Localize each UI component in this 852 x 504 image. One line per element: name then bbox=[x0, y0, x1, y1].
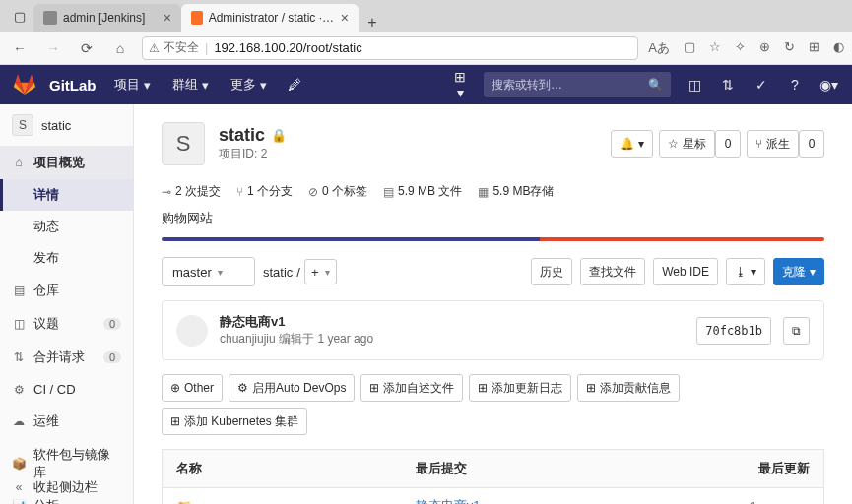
add-file-dropdown[interactable]: + ▾ bbox=[304, 259, 337, 284]
gitlab-brand[interactable]: GitLab bbox=[49, 77, 97, 94]
fork-count: 0 bbox=[799, 130, 824, 158]
project-header: S static 🔒 项目ID: 2 🔔 ▾ ☆星标 0 ⑂派生 0 bbox=[162, 122, 824, 165]
commit-title[interactable]: 静态电商v1 bbox=[220, 313, 373, 331]
stat-storage[interactable]: ▦5.9 MB存储 bbox=[478, 183, 554, 200]
suggested-action-button[interactable]: ⊞ 添加更新日志 bbox=[469, 374, 571, 402]
language-bar bbox=[162, 237, 824, 241]
help-icon[interactable]: ? bbox=[785, 77, 805, 93]
nav-projects[interactable]: 项目 ▾ bbox=[110, 76, 155, 94]
suggested-action-button[interactable]: ⊞ 添加自述文件 bbox=[360, 374, 463, 402]
suggested-action-button[interactable]: ⊞ 添加 Kubernetes 集群 bbox=[162, 408, 307, 435]
fork-button[interactable]: ⑂派生 bbox=[747, 130, 799, 158]
window-icon: ▢ bbox=[14, 9, 26, 24]
browser-action-icons: Aあ ▢ ☆ ✧ ⊕ ↻ ⊞ ◐ bbox=[648, 39, 844, 57]
download-button[interactable]: ⭳ ▾ bbox=[726, 258, 765, 285]
nav-groups[interactable]: 群组 ▾ bbox=[168, 76, 213, 94]
folder-icon: 📁 bbox=[176, 499, 190, 505]
project-description: 购物网站 bbox=[162, 210, 824, 227]
ops-icon: ☁ bbox=[12, 414, 26, 428]
breadcrumb-root[interactable]: static bbox=[263, 265, 293, 280]
copy-icon: ⧉ bbox=[792, 324, 801, 338]
favicon-gitlab bbox=[191, 11, 203, 25]
copy-sha-button[interactable]: ⧉ bbox=[783, 317, 810, 345]
table-row[interactable]: 📁css 静态电商v1 1 year ago bbox=[163, 488, 824, 505]
sidebar-project-header[interactable]: S static bbox=[0, 104, 133, 146]
suggested-action-button[interactable]: ⚙ 启用Auto DevOps bbox=[229, 374, 355, 402]
todos-icon[interactable]: ✓ bbox=[752, 77, 771, 93]
favorite-icon[interactable]: ☆ bbox=[709, 39, 721, 57]
plus-icon: ⊞ bbox=[369, 381, 379, 395]
close-tab-icon[interactable]: × bbox=[164, 10, 171, 26]
issues-icon[interactable]: ◫ bbox=[685, 77, 704, 93]
file-commit-link[interactable]: 静态电商v1 bbox=[416, 498, 481, 504]
commit-icon: ⊸ bbox=[162, 185, 171, 199]
stat-commit[interactable]: ⊸2 次提交 bbox=[162, 183, 221, 200]
count-badge: 0 bbox=[103, 318, 121, 330]
refresh-button[interactable]: ⟳ bbox=[75, 40, 98, 56]
user-menu-icon[interactable]: ◉▾ bbox=[819, 77, 838, 93]
collapse-sidebar[interactable]: « 收起侧边栏 bbox=[0, 471, 133, 504]
back-button[interactable]: ← bbox=[8, 40, 32, 56]
sidebar-project-name: static bbox=[41, 118, 71, 133]
stat-branch[interactable]: ⑂1 个分支 bbox=[236, 183, 293, 200]
admin-wrench-icon[interactable]: 🖉 bbox=[285, 77, 304, 93]
plus-icon: ⊕ bbox=[170, 381, 180, 395]
browser-tab-jenkins[interactable]: admin [Jenkins] × bbox=[33, 4, 181, 32]
gitlab-top-nav: GitLab 项目 ▾ 群组 ▾ 更多 ▾ 🖉 ⊞ ▾ 搜索或转到… 🔍 ◫ ⇅… bbox=[0, 65, 852, 104]
find-file-button[interactable]: 查找文件 bbox=[580, 258, 645, 285]
sidebar-subitem[interactable]: 动态 bbox=[0, 211, 133, 242]
clone-button[interactable]: 克隆 ▾ bbox=[773, 258, 824, 285]
project-sidebar: S static ⌂项目概览详情动态发布▤仓库◫议题0⇅合并请求0⚙CI / C… bbox=[0, 104, 134, 504]
sidebar-item-ops[interactable]: ☁运维 bbox=[0, 405, 133, 438]
collections-icon[interactable]: ✧ bbox=[735, 39, 746, 57]
branch-select[interactable]: master▾ bbox=[162, 257, 255, 286]
add-favorite-icon[interactable]: ⊕ bbox=[759, 39, 770, 57]
merge-requests-icon[interactable]: ⇅ bbox=[718, 77, 738, 93]
home-button[interactable]: ⌂ bbox=[108, 40, 132, 56]
webide-button[interactable]: Web IDE bbox=[653, 258, 718, 285]
tab-actions-icon[interactable]: ▢ bbox=[684, 39, 695, 57]
address-bar[interactable]: ⚠ 不安全 | 192.168.100.20/root/static bbox=[142, 36, 638, 60]
new-tab-button[interactable]: + bbox=[359, 14, 386, 32]
new-plus-icon[interactable]: ⊞ ▾ bbox=[450, 69, 470, 100]
notifications-button[interactable]: 🔔 ▾ bbox=[611, 130, 653, 158]
issues-icon: ◫ bbox=[12, 317, 26, 331]
global-search[interactable]: 搜索或转到… 🔍 bbox=[484, 72, 671, 97]
sidebar-item-repo[interactable]: ▤仓库 bbox=[0, 274, 133, 307]
star-button[interactable]: ☆星标 bbox=[659, 130, 715, 158]
collapse-icon: « bbox=[12, 480, 26, 494]
profile-icon[interactable]: ◐ bbox=[833, 39, 844, 57]
count-badge: 0 bbox=[103, 351, 121, 363]
download-icon: ⭳ bbox=[735, 265, 747, 279]
sidebar-item-cicd[interactable]: ⚙CI / CD bbox=[0, 374, 133, 405]
file-name[interactable]: css bbox=[196, 499, 216, 505]
storage-icon: ▦ bbox=[478, 185, 489, 199]
suggested-action-button[interactable]: ⊞ 添加贡献信息 bbox=[577, 374, 680, 402]
sidebar-item-home[interactable]: ⌂项目概览 bbox=[0, 146, 133, 179]
extensions-icon[interactable]: ⊞ bbox=[809, 39, 819, 57]
commit-sha[interactable]: 70fc8b1b bbox=[696, 317, 771, 345]
suggested-action-button[interactable]: ⊕ Other bbox=[162, 374, 223, 402]
insecure-badge[interactable]: ⚠ 不安全 bbox=[149, 39, 199, 56]
history-button[interactable]: 历史 bbox=[531, 258, 572, 285]
sync-icon[interactable]: ↻ bbox=[784, 39, 795, 57]
plus-icon: ⊞ bbox=[170, 414, 180, 428]
stat-disk[interactable]: ▤5.9 MB 文件 bbox=[383, 183, 462, 200]
close-tab-icon[interactable]: × bbox=[341, 10, 349, 26]
fork-icon: ⑂ bbox=[755, 137, 762, 151]
sidebar-item-merge[interactable]: ⇅合并请求0 bbox=[0, 341, 133, 374]
sidebar-subitem[interactable]: 详情 bbox=[0, 179, 133, 211]
merge-icon: ⇅ bbox=[12, 350, 26, 364]
window-controls: ▢ bbox=[6, 9, 33, 24]
forward-button[interactable]: → bbox=[41, 40, 65, 56]
url-text: 192.168.100.20/root/static bbox=[214, 40, 361, 55]
sidebar-item-issues[interactable]: ◫议题0 bbox=[0, 307, 133, 341]
browser-tab-gitlab[interactable]: Administrator / static · GitLab × bbox=[181, 4, 359, 32]
stat-tag[interactable]: ⊘0 个标签 bbox=[308, 183, 367, 200]
sidebar-subitem[interactable]: 发布 bbox=[0, 242, 133, 274]
read-aloud-icon[interactable]: Aあ bbox=[648, 39, 670, 57]
nav-more[interactable]: 更多 ▾ bbox=[227, 76, 271, 94]
repo-controls-row: master▾ static / + ▾ 历史 查找文件 Web IDE ⭳ ▾… bbox=[162, 257, 824, 286]
project-avatar-mini: S bbox=[12, 114, 33, 136]
gitlab-logo-icon[interactable] bbox=[14, 74, 35, 95]
